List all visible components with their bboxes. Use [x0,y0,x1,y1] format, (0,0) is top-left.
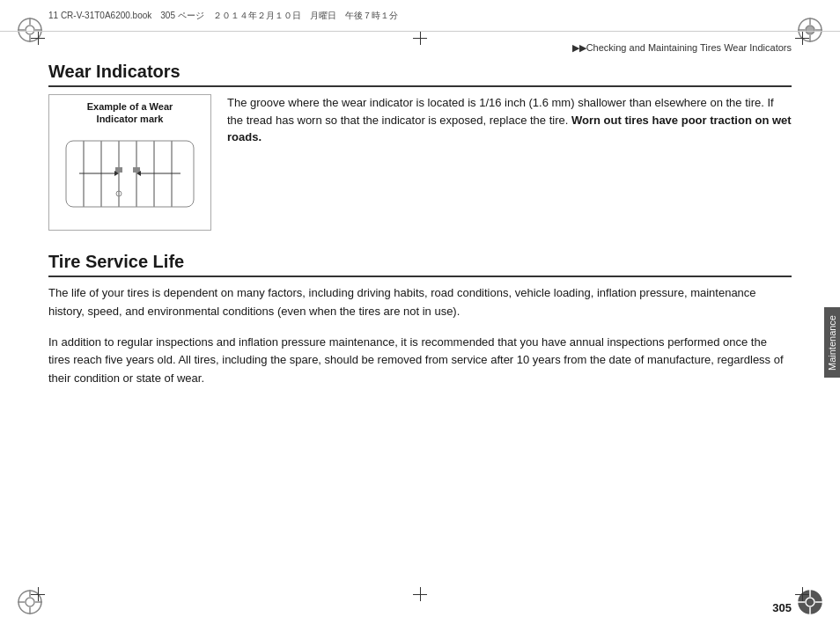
crosshair-top-right [795,31,809,45]
service-life-title: Tire Service Life [48,252,792,277]
page-number: 305 [772,601,792,614]
svg-rect-31 [115,167,122,173]
header-file-info: 11 CR-V-31T0A6200.book 305 ページ ２０１４年２月１０… [0,10,840,22]
wear-indicators-description: The groove where the wear indicator is l… [227,94,792,231]
crosshair-bottom-left [31,587,45,601]
wear-indicator-image-box: Example of a Wear Indicator mark [48,94,211,231]
crosshair-bottom-center [413,587,427,601]
crosshair-bottom-right [795,587,809,601]
service-life-para1: The life of your tires is dependent on m… [48,284,792,321]
top-header: 11 CR-V-31T0A6200.book 305 ページ ２０１４年２月１０… [0,0,840,32]
breadcrumb: ▶▶Checking and Maintaining Tires Wear In… [572,42,792,54]
crosshair-top-left [31,31,45,45]
breadcrumb-part2: Wear Indicators [724,42,792,53]
main-content: Wear Indicators Example of a Wear Indica… [48,62,792,588]
wear-indicator-image-label: Example of a Wear Indicator mark [80,95,181,129]
wear-indicators-section: Wear Indicators Example of a Wear Indica… [48,62,792,231]
breadcrumb-part1: ▶▶Checking and Maintaining Tires [572,42,721,53]
crosshair-top-center [413,31,427,45]
maintenance-tab-label: Maintenance [827,315,837,371]
service-life-para2: In addition to regular inspections and i… [48,334,792,388]
tire-service-life-section: Tire Service Life The life of your tires… [48,252,792,388]
wear-indicators-title: Wear Indicators [48,62,792,87]
svg-rect-32 [133,167,140,173]
wear-indicators-content: Example of a Wear Indicator mark [48,94,792,231]
tire-illustration [49,129,210,230]
tire-tread-svg [62,132,198,220]
maintenance-tab: Maintenance [824,307,840,378]
